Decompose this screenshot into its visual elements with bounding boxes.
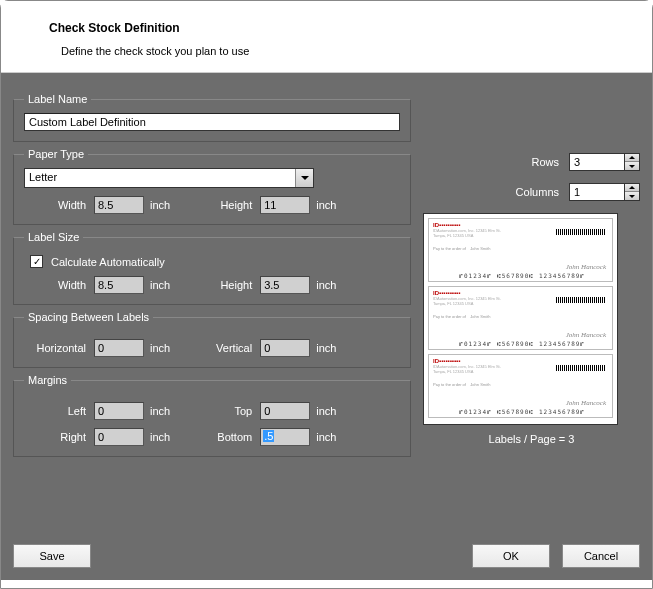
check-icon: ✓ [33,257,41,267]
columns-input[interactable] [569,183,625,201]
paper-width-label: Width [24,199,94,211]
calc-auto-checkbox[interactable]: ✓ [30,255,43,268]
dialog-window: Check Stock Definition Define the check … [0,0,653,589]
micr-icon: ⑈01234⑈ ⑆567890⑆ 123456789⑈ [459,340,585,347]
margin-right-unit: inch [150,431,170,443]
signature-icon: John Hancock [566,263,606,271]
margin-bottom-label: Bottom [190,431,260,443]
margin-bottom-unit: inch [316,431,336,443]
margin-right-input[interactable] [94,428,144,446]
label-size-legend: Label Size [24,231,83,243]
spacing-h-label: Horizontal [24,342,94,354]
micr-icon: ⑈01234⑈ ⑆567890⑆ 123456789⑈ [459,272,585,279]
paper-height-label: Height [190,199,260,211]
paper-width-input[interactable] [94,196,144,214]
ok-button[interactable]: OK [472,544,550,568]
paper-type-group: Paper Type Letter Width inch Height inch [13,148,411,225]
margin-bottom-selected: .5 [263,430,274,442]
rows-down-button[interactable] [625,162,639,170]
dialog-subtitle: Define the check stock you plan to use [49,45,622,57]
spacing-v-unit: inch [316,342,336,354]
spacing-legend: Spacing Between Labels [24,311,153,323]
paper-type-legend: Paper Type [24,148,88,160]
barcode-icon [556,297,606,303]
label-width-input[interactable] [94,276,144,294]
margin-top-input[interactable] [260,402,310,420]
label-size-group: Label Size ✓ Calculate Automatically Wid… [13,231,411,305]
preview-check-3: ID▪▪▪▪▪▪▪▪▪▪ IDAutomation.com, Inc. 1234… [428,354,613,418]
spacing-h-unit: inch [150,342,170,354]
label-name-group: Label Name [13,93,411,142]
label-name-legend: Label Name [24,93,91,105]
paper-type-selected-value: Letter [29,171,57,183]
chevron-down-icon [295,169,313,187]
margins-group: Margins Left inch Top inch Right inch Bo… [13,374,411,457]
margin-right-label: Right [24,431,94,443]
rows-up-button[interactable] [625,154,639,162]
signature-icon: John Hancock [566,399,606,407]
dialog-header: Check Stock Definition Define the check … [1,1,652,73]
label-height-label: Height [190,279,260,291]
calc-auto-label: Calculate Automatically [51,256,165,268]
preview-check-2: ID▪▪▪▪▪▪▪▪▪▪ IDAutomation.com, Inc. 1234… [428,286,613,350]
label-height-input[interactable] [260,276,310,294]
columns-label: Columns [516,186,559,198]
margin-top-label: Top [190,405,260,417]
label-height-unit: inch [316,279,336,291]
layout-preview: ID▪▪▪▪▪▪▪▪▪▪ IDAutomation.com, Inc. 1234… [423,213,618,425]
columns-up-button[interactable] [625,184,639,192]
paper-type-select[interactable]: Letter [24,168,314,188]
spacing-group: Spacing Between Labels Horizontal inch V… [13,311,411,368]
paper-width-unit: inch [150,199,170,211]
rows-input[interactable] [569,153,625,171]
micr-icon: ⑈01234⑈ ⑆567890⑆ 123456789⑈ [459,408,585,415]
preview-check-1: ID▪▪▪▪▪▪▪▪▪▪ IDAutomation.com, Inc. 1234… [428,218,613,282]
save-button[interactable]: Save [13,544,91,568]
label-name-input[interactable] [24,113,400,131]
margins-legend: Margins [24,374,71,386]
columns-down-button[interactable] [625,192,639,200]
dialog-body: Label Name Paper Type Letter Width inch … [1,73,652,580]
margin-left-label: Left [24,405,94,417]
spacing-v-label: Vertical [190,342,260,354]
paper-height-unit: inch [316,199,336,211]
rows-label: Rows [531,156,559,168]
signature-icon: John Hancock [566,331,606,339]
spacing-h-input[interactable] [94,339,144,357]
margin-left-input[interactable] [94,402,144,420]
preview-caption: Labels / Page = 3 [423,433,640,445]
barcode-icon [556,229,606,235]
barcode-icon [556,365,606,371]
columns-spinner[interactable] [569,183,640,201]
rows-spinner[interactable] [569,153,640,171]
dialog-title: Check Stock Definition [49,21,622,35]
cancel-button[interactable]: Cancel [562,544,640,568]
spacing-v-input[interactable] [260,339,310,357]
margin-top-unit: inch [316,405,336,417]
paper-height-input[interactable] [260,196,310,214]
label-width-unit: inch [150,279,170,291]
margin-left-unit: inch [150,405,170,417]
label-width-label: Width [24,279,94,291]
